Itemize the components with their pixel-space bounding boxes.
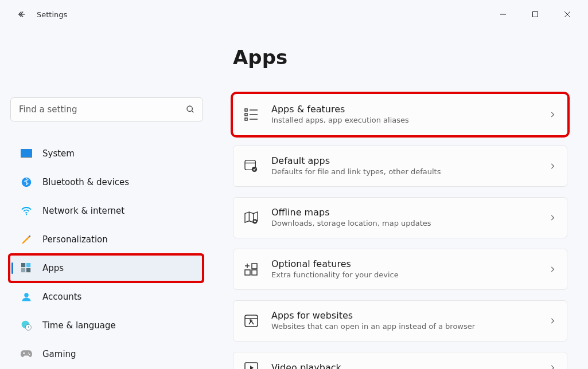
person-icon — [21, 291, 32, 303]
svg-point-14 — [29, 354, 30, 355]
main-panel: Apps Apps & features Installed apps, app… — [212, 29, 588, 369]
card-texts: Optional features Extra functionality fo… — [271, 258, 536, 280]
list-icon — [244, 107, 259, 122]
search-container — [10, 97, 203, 121]
card-list: Apps & features Installed apps, app exec… — [233, 94, 578, 369]
svg-rect-21 — [245, 270, 250, 275]
sidebar-item-bluetooth[interactable]: Bluetooth & devices — [10, 170, 202, 195]
card-title: Video playback — [271, 362, 536, 369]
minimize-button[interactable] — [487, 0, 519, 29]
sidebar-item-network[interactable]: Network & internet — [10, 198, 202, 223]
video-icon — [244, 360, 259, 369]
paintbrush-icon — [21, 234, 32, 245]
card-subtitle: Defaults for file and link types, other … — [271, 167, 536, 177]
svg-rect-2 — [21, 149, 32, 157]
card-title: Apps for websites — [271, 310, 536, 322]
sidebar-item-label: Time & language — [42, 320, 116, 331]
chevron-right-icon — [548, 364, 556, 369]
sidebar-item-label: Accounts — [42, 292, 81, 302]
svg-point-5 — [26, 214, 27, 215]
page-title: Apps — [233, 46, 578, 69]
card-texts: Video playback — [271, 362, 536, 369]
svg-rect-23 — [252, 264, 257, 269]
gamepad-icon — [21, 348, 32, 360]
sidebar-item-label: Apps — [42, 263, 64, 273]
card-apps-for-websites[interactable]: Apps for websites Websites that can open… — [233, 300, 567, 341]
chevron-right-icon — [548, 214, 556, 222]
svg-rect-22 — [252, 270, 257, 275]
optional-features-icon — [244, 262, 259, 277]
sidebar-item-label: Gaming — [42, 349, 76, 359]
chevron-right-icon — [548, 111, 556, 119]
sidebar-item-gaming[interactable]: Gaming — [10, 341, 202, 367]
globe-clock-icon — [21, 320, 32, 331]
minimize-icon — [500, 11, 507, 18]
card-apps-features[interactable]: Apps & features Installed apps, app exec… — [233, 94, 567, 135]
card-title: Apps & features — [271, 104, 536, 116]
window-title: Settings — [37, 10, 67, 19]
search-icon — [186, 105, 195, 114]
sidebar-item-label: Bluetooth & devices — [42, 177, 129, 187]
sidebar-item-personalization[interactable]: Personalization — [10, 227, 202, 252]
sidebar-item-apps[interactable]: Apps — [10, 256, 202, 281]
card-title: Optional features — [271, 258, 536, 270]
map-icon — [244, 210, 259, 225]
card-subtitle: Extra functionality for your device — [271, 270, 536, 280]
card-optional-features[interactable]: Optional features Extra functionality fo… — [233, 249, 567, 290]
svg-point-13 — [28, 352, 29, 354]
svg-rect-8 — [21, 268, 25, 272]
card-subtitle: Websites that can open in an app instead… — [271, 322, 536, 332]
sidebar-item-accounts[interactable]: Accounts — [10, 284, 202, 309]
card-title: Default apps — [271, 155, 536, 167]
svg-point-1 — [187, 106, 192, 111]
card-texts: Default apps Defaults for file and link … — [271, 155, 536, 177]
card-texts: Apps & features Installed apps, app exec… — [271, 104, 536, 125]
close-button[interactable] — [551, 0, 583, 29]
back-button[interactable] — [11, 4, 32, 25]
chevron-right-icon — [548, 265, 556, 273]
apps-websites-icon — [244, 313, 259, 328]
card-offline-maps[interactable]: Offline maps Downloads, storage location… — [233, 197, 567, 238]
card-subtitle: Downloads, storage location, map updates — [271, 219, 536, 229]
wifi-icon — [21, 205, 32, 217]
svg-rect-16 — [245, 113, 247, 116]
bluetooth-icon — [21, 176, 32, 188]
svg-rect-6 — [21, 263, 25, 267]
chevron-right-icon — [548, 162, 556, 170]
sidebar-item-system[interactable]: System — [10, 141, 202, 166]
svg-point-10 — [24, 293, 29, 297]
default-apps-icon — [244, 159, 259, 174]
search-input[interactable] — [10, 97, 203, 121]
window-controls — [487, 0, 583, 29]
maximize-button[interactable] — [519, 0, 551, 29]
close-icon — [564, 11, 571, 18]
card-texts: Apps for websites Websites that can open… — [271, 310, 536, 332]
sidebar-item-label: Network & internet — [42, 206, 124, 216]
svg-rect-0 — [533, 12, 538, 17]
card-default-apps[interactable]: Default apps Defaults for file and link … — [233, 146, 567, 187]
card-title: Offline maps — [271, 207, 536, 219]
svg-rect-3 — [21, 157, 32, 158]
svg-rect-7 — [26, 263, 30, 267]
sidebar-item-time-language[interactable]: Time & language — [10, 313, 202, 338]
system-icon — [21, 148, 32, 159]
chevron-right-icon — [548, 317, 556, 325]
arrow-left-icon — [17, 9, 27, 19]
sidebar: System Bluetooth & devices Network & int… — [0, 29, 212, 369]
sidebar-item-label: Personalization — [42, 234, 108, 245]
maximize-icon — [532, 11, 539, 18]
nav-list: System Bluetooth & devices Network & int… — [10, 141, 202, 367]
svg-rect-15 — [245, 109, 247, 111]
card-subtitle: Installed apps, app execution aliases — [271, 116, 536, 125]
apps-icon — [21, 262, 32, 274]
svg-rect-9 — [26, 268, 30, 272]
card-video-playback[interactable]: Video playback — [233, 352, 567, 369]
card-texts: Offline maps Downloads, storage location… — [271, 207, 536, 229]
sidebar-item-label: System — [42, 148, 75, 159]
svg-rect-17 — [245, 118, 247, 120]
titlebar: Settings — [0, 0, 588, 29]
